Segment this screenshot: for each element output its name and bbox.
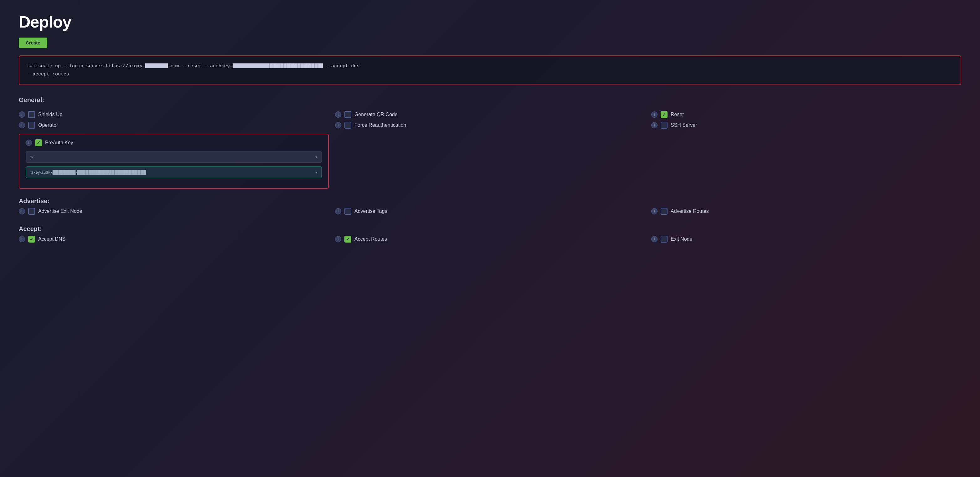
checkbox-preauth[interactable] xyxy=(35,139,42,146)
label-shields-up: Shields Up xyxy=(38,112,62,118)
command-box: tailscale up --login-server=https://prox… xyxy=(19,56,961,85)
info-icon-adv-routes[interactable]: i xyxy=(651,208,657,215)
label-preauth: PreAuth Key xyxy=(45,140,73,146)
label-reset: Reset xyxy=(671,112,684,118)
chevron-down-icon-1: ▾ xyxy=(315,155,317,159)
checkbox-force-reauth[interactable] xyxy=(344,122,351,129)
advertise-section-label: Advertise: xyxy=(19,197,961,205)
checkbox-shields-up[interactable] xyxy=(28,111,35,118)
checkbox-exit-node[interactable] xyxy=(661,236,668,243)
option-row-force-reauth: i Force Reauthentication xyxy=(335,120,645,130)
preauth-header: i PreAuth Key xyxy=(25,139,322,146)
label-accept-routes: Accept Routes xyxy=(355,236,387,242)
info-icon-operator[interactable]: i xyxy=(19,122,25,128)
general-col1: i Shields Up i Operator i PreAuth Key tk… xyxy=(19,109,329,189)
info-icon-ssh-server[interactable]: i xyxy=(651,122,657,128)
page-title: Deploy xyxy=(19,13,961,31)
option-row-exit-node: i Exit Node xyxy=(651,234,961,245)
label-adv-exit-node: Advertise Exit Node xyxy=(38,208,82,214)
checkbox-operator[interactable] xyxy=(28,122,35,129)
preauth-section: i PreAuth Key tk. ▾ tskey-auth-k████████… xyxy=(19,134,329,189)
info-icon-force-reauth[interactable]: i xyxy=(335,122,341,128)
label-generate-qr: Generate QR Code xyxy=(355,112,398,118)
checkbox-adv-routes[interactable] xyxy=(661,208,668,215)
info-icon-adv-exit-node[interactable]: i xyxy=(19,208,25,215)
info-icon-accept-routes[interactable]: i xyxy=(335,236,341,242)
chevron-down-icon-2: ▾ xyxy=(315,170,317,175)
label-adv-tags: Advertise Tags xyxy=(355,208,387,214)
checkbox-ssh-server[interactable] xyxy=(661,122,668,129)
info-icon-generate-qr[interactable]: i xyxy=(335,111,341,118)
general-col3: i Reset i SSH Server xyxy=(651,109,961,189)
checkbox-accept-dns[interactable] xyxy=(28,236,35,243)
info-icon-exit-node[interactable]: i xyxy=(651,236,657,242)
info-icon-reset[interactable]: i xyxy=(651,111,657,118)
accept-options-grid: i Accept DNS i Accept Routes i Exit Node xyxy=(19,234,961,245)
preauth-dropdown2-value: tskey-auth-k████████-███████████████████… xyxy=(30,170,146,175)
general-section-label: General: xyxy=(19,96,961,103)
preauth-dropdown2[interactable]: tskey-auth-k████████-███████████████████… xyxy=(25,167,322,178)
option-row-generate-qr: i Generate QR Code xyxy=(335,109,645,120)
info-icon-accept-dns[interactable]: i xyxy=(19,236,25,242)
label-ssh-server: SSH Server xyxy=(671,122,697,128)
info-icon-shields-up[interactable]: i xyxy=(19,111,25,118)
checkbox-adv-tags[interactable] xyxy=(344,208,351,215)
label-operator: Operator xyxy=(38,122,58,128)
option-row-ssh-server: i SSH Server xyxy=(651,120,961,130)
checkbox-accept-routes[interactable] xyxy=(344,236,351,243)
label-adv-routes: Advertise Routes xyxy=(671,208,709,214)
general-col2: i Generate QR Code i Force Reauthenticat… xyxy=(335,109,645,189)
info-icon-preauth[interactable]: i xyxy=(25,140,32,146)
option-row-accept-routes: i Accept Routes xyxy=(335,234,645,245)
create-button[interactable]: Create xyxy=(19,38,47,48)
command-line2: --accept-routes xyxy=(27,72,69,77)
checkbox-adv-exit-node[interactable] xyxy=(28,208,35,215)
label-exit-node: Exit Node xyxy=(671,236,692,242)
advertise-options-grid: i Advertise Exit Node i Advertise Tags i… xyxy=(19,206,961,216)
label-accept-dns: Accept DNS xyxy=(38,236,65,242)
option-row-reset: i Reset xyxy=(651,109,961,120)
command-line1: tailscale up --login-server=https://prox… xyxy=(27,64,360,69)
option-row-adv-tags: i Advertise Tags xyxy=(335,206,645,216)
preauth-dropdown1[interactable]: tk. ▾ xyxy=(25,151,322,163)
accept-section-label: Accept: xyxy=(19,225,961,232)
option-row-adv-exit-node: i Advertise Exit Node xyxy=(19,206,329,216)
option-row-adv-routes: i Advertise Routes xyxy=(651,206,961,216)
general-options-grid: i Shields Up i Operator i PreAuth Key tk… xyxy=(19,109,961,189)
option-row-accept-dns: i Accept DNS xyxy=(19,234,329,245)
option-row-operator: i Operator xyxy=(19,120,329,130)
checkbox-reset[interactable] xyxy=(661,111,668,118)
checkbox-generate-qr[interactable] xyxy=(344,111,351,118)
info-icon-adv-tags[interactable]: i xyxy=(335,208,341,215)
option-row-shields-up: i Shields Up xyxy=(19,109,329,120)
preauth-dropdown1-value: tk. xyxy=(30,154,35,159)
label-force-reauth: Force Reauthentication xyxy=(355,122,406,128)
